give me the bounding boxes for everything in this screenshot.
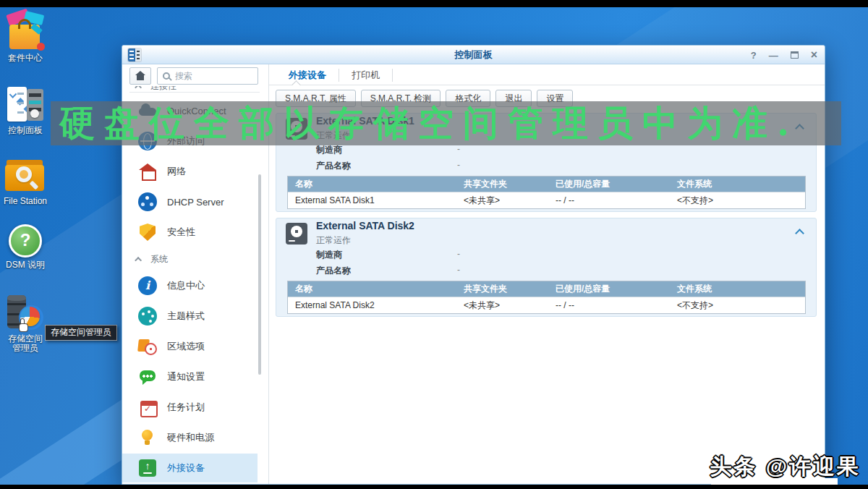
disk-table-header: 名称 共享文件夹 已使用/总容量 文件系统: [288, 281, 805, 297]
close-button[interactable]: ×: [811, 49, 817, 61]
sidebar-item-label: 硬件和电源: [167, 431, 214, 444]
desktop-icon-dsm-help[interactable]: DSM 说明: [0, 224, 51, 270]
storage-manager-tooltip: 存储空间管理员: [45, 325, 117, 341]
sidebar-item-info-center[interactable]: 信息中心: [122, 276, 258, 296]
sidebar-section-system[interactable]: 系统: [137, 253, 168, 265]
sidebar-item-label: 外接设备: [167, 462, 205, 475]
manufacturer-value: -: [457, 249, 460, 259]
upload-box-icon: [139, 459, 156, 477]
dsm-help-icon: [9, 224, 42, 258]
sidebar-item-label: DHCP Server: [167, 197, 224, 208]
sidebar-item-security[interactable]: 安全性: [122, 222, 258, 242]
sidebar-item-notification[interactable]: 通知设置: [122, 367, 258, 387]
sidebar: 连接性 QuickConnect 外部访问 网络 DHCP Server: [122, 86, 268, 485]
cell-name: External SATA Disk2: [295, 297, 375, 314]
home-button[interactable]: [129, 67, 151, 85]
sidebar-item-dhcp-server[interactable]: DHCP Server: [122, 192, 258, 212]
product-name-label: 产品名称: [316, 160, 351, 172]
search-icon: [163, 72, 170, 80]
disk-table-row[interactable]: External SATA Disk2 <未共享> -- / -- <不支持>: [288, 297, 805, 313]
lightbulb-icon: [138, 428, 157, 447]
caption-banner: 硬盘位全部以存储空间管理员中为准.: [51, 101, 841, 145]
sidebar-item-label: 任务计划: [167, 401, 205, 414]
search-input[interactable]: [175, 71, 252, 81]
package-center-icon: [6, 10, 45, 51]
chevron-up-icon: [135, 86, 142, 90]
tab-separator: [392, 69, 393, 82]
col-shared-folder: 共享文件夹: [464, 281, 507, 297]
sidebar-item-hardware-power[interactable]: 硬件和电源: [122, 428, 258, 448]
desktop-icon-label: 控制面板: [0, 126, 51, 135]
sidebar-item-label: 安全性: [167, 226, 195, 239]
sidebar-item-label: 区域选项: [167, 340, 205, 353]
col-file-system: 文件系统: [677, 177, 712, 192]
watermark-text: 头条 @许迎果: [710, 452, 861, 482]
sidebar-item-network[interactable]: 网络: [122, 161, 258, 182]
map-clock-icon: [138, 337, 157, 356]
window-titlebar[interactable]: 控制面板 ? — ×: [122, 46, 825, 64]
palette-icon: [138, 307, 157, 326]
sidebar-section-connectivity[interactable]: 连接性: [137, 86, 176, 92]
file-station-icon: [4, 155, 46, 194]
tab-external-devices[interactable]: 外接设备: [276, 64, 339, 85]
disk-status: 正常运作: [316, 234, 351, 247]
maximize-button[interactable]: [791, 51, 799, 59]
disk-table-header: 名称 共享文件夹 已使用/总容量 文件系统: [288, 177, 805, 192]
disk-title: External SATA Disk2: [316, 220, 414, 231]
desktop-icon-control-panel[interactable]: 控制面板: [0, 87, 51, 135]
speech-bubble-icon: [138, 367, 157, 386]
hand-cursor: [19, 319, 29, 332]
product-name-value: -: [457, 160, 460, 170]
sidebar-item-label: 网络: [167, 165, 186, 178]
control-panel-icon: [7, 87, 43, 123]
desktop-icon-label: 套件中心: [0, 54, 51, 63]
sidebar-scrollbar[interactable]: [258, 174, 261, 375]
cell-used-total: -- / --: [556, 297, 574, 314]
letterbox-top: [0, 0, 868, 7]
desktop-icon-label: 管理员: [0, 344, 51, 353]
sidebar-item-label: 信息中心: [167, 279, 205, 292]
col-used-total: 已使用/总容量: [556, 177, 610, 192]
cell-file-system: <不支持>: [677, 297, 713, 314]
content-tabs: 外接设备 打印机: [269, 64, 825, 85]
manufacturer-label: 制造商: [316, 249, 342, 261]
disk-table: 名称 共享文件夹 已使用/总容量 文件系统 External SATA Disk…: [287, 176, 806, 209]
help-button[interactable]: ?: [751, 51, 757, 60]
letterbox-bottom: [0, 485, 868, 489]
disk-table-row[interactable]: External SATA Disk1 <未共享> -- / -- <不支持>: [288, 192, 805, 208]
sidebar-item-theme[interactable]: 主题样式: [122, 306, 258, 326]
cell-file-system: <不支持>: [677, 192, 713, 209]
network-nodes-icon: [138, 192, 157, 211]
tab-underline: [269, 85, 825, 85]
col-name: 名称: [295, 281, 312, 297]
col-name: 名称: [295, 177, 312, 192]
sidebar-item-label: 通知设置: [167, 370, 205, 383]
cell-shared-folder: <未共享>: [464, 192, 500, 209]
house-icon: [138, 162, 157, 181]
desktop-icon-file-station[interactable]: File Station: [0, 155, 51, 206]
info-icon: [138, 276, 157, 295]
col-file-system: 文件系统: [677, 281, 712, 297]
minimize-button[interactable]: —: [769, 51, 778, 60]
manufacturer-label: 制造商: [316, 144, 342, 156]
desktop-icon-label: File Station: [0, 197, 51, 206]
sidebar-section-label: 系统: [150, 253, 168, 265]
desktop-icon-package-center[interactable]: 套件中心: [0, 10, 51, 63]
chevron-up-icon: [135, 256, 142, 263]
shield-icon: [140, 224, 156, 241]
search-box[interactable]: [157, 67, 258, 85]
sidebar-item-regional-options[interactable]: 区域选项: [122, 336, 258, 357]
collapse-chevron-icon[interactable]: [795, 229, 804, 238]
disk-table: 名称 共享文件夹 已使用/总容量 文件系统 External SATA Disk…: [287, 281, 806, 314]
tab-printer[interactable]: 打印机: [339, 64, 392, 85]
external-disk-icon: [286, 223, 307, 244]
home-icon: [135, 71, 146, 81]
manufacturer-value: -: [457, 144, 460, 154]
sidebar-item-external-devices[interactable]: 外接设备: [122, 458, 258, 478]
col-used-total: 已使用/总容量: [556, 281, 610, 297]
sidebar-item-task-scheduler[interactable]: 任务计划: [122, 397, 258, 417]
sidebar-section-divider: [129, 92, 260, 93]
col-shared-folder: 共享文件夹: [464, 177, 507, 192]
caption-text: 硬盘位全部以存储空间管理员中为准.: [59, 106, 799, 141]
cell-shared-folder: <未共享>: [464, 297, 500, 314]
